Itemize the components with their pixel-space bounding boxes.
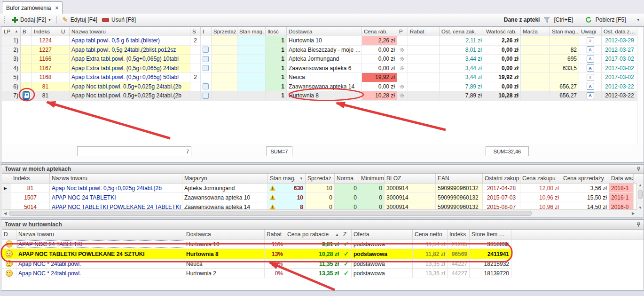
column-header-i[interactable]: I — [201, 27, 212, 36]
table-row[interactable]: APAP NOC 24 TABLETKIHurtownia 1015%9,81 … — [2, 240, 644, 249]
column-header-dostawca[interactable]: Dostawca — [184, 230, 265, 239]
column-header-nazwa[interactable]: Nazwa towaru — [50, 174, 182, 183]
lock-icon[interactable] — [23, 91, 30, 100]
column-header-uwagi[interactable]: Uwagi — [579, 27, 602, 36]
column-header-lp[interactable]: LP▲ — [2, 27, 21, 36]
column-header-cena_po_rabacie[interactable]: Cena po rabacie▲ — [285, 230, 341, 239]
column-header-label: Norma — [337, 175, 353, 182]
column-header-ostatni_zakup[interactable]: Ostatni zakup — [483, 174, 520, 183]
edit-button[interactable]: ✎ Edytuj [F4] — [60, 16, 100, 24]
add-button[interactable]: Dodaj [F2] ▾ — [10, 16, 53, 24]
table-row[interactable]: 6)81Apap Noc tabl.powl. 0,5g+0,025g 24ta… — [2, 82, 644, 92]
scroll-up-icon[interactable]: ▲ — [637, 183, 644, 187]
column-header-store_item[interactable]: Store Item … — [470, 230, 511, 239]
gear-icon[interactable] — [399, 56, 405, 62]
checkbox-icon[interactable] — [203, 56, 209, 62]
cell-sprzedaz — [212, 64, 237, 73]
note-icon[interactable]: A — [587, 46, 594, 53]
column-header-rabat[interactable]: Rabat — [265, 230, 285, 239]
checkbox-icon[interactable] — [203, 47, 209, 53]
column-header-cena_sprzedazy[interactable]: Cena sprzedaży — [561, 174, 609, 183]
column-header-ost_data[interactable]: Ost. data z… — [602, 27, 638, 36]
vertical-scrollbar[interactable]: ▲ ▼ — [636, 183, 644, 210]
table-row[interactable]: APAP NOC TABLETKI POWLEKANE 24 SZTUKIHur… — [2, 249, 644, 259]
table-row[interactable]: 1)1224Apap tabl.powl. 0,5 g 6 tabl.(blis… — [2, 36, 644, 46]
cell-nazwa: Apap NOC * 24tabl.powl. — [16, 269, 184, 278]
note-icon[interactable]: A — [587, 64, 594, 72]
column-header-indeks[interactable]: Indeks — [32, 27, 59, 36]
table-row[interactable]: 7)81Apap Noc tabl.powl. 0,5g+0,025g 24ta… — [2, 91, 644, 101]
column-header-bloz[interactable]: BLOZ — [385, 174, 436, 183]
column-header-ost_cena_zak[interactable]: Ost. cena zak. — [440, 27, 484, 36]
order-buffer-scrollbar-strip[interactable] — [637, 27, 644, 144]
tab-close-icon[interactable]: × — [55, 6, 58, 10]
table-row[interactable]: 4)1167Apap Extra tabl.powl. (0,5g+0,065g… — [2, 64, 644, 73]
column-header-b[interactable]: B — [21, 27, 32, 36]
checkbox-icon[interactable] — [203, 65, 209, 71]
table-row[interactable]: 2)1227Apap tabl.powl. 0,5g 24tabl.(2blis… — [2, 46, 644, 55]
column-header-marza[interactable]: Marża — [521, 27, 550, 36]
table-row[interactable]: 1507APAP NOC 24 TABLETKIZaawansowana apt… — [2, 193, 644, 202]
column-header-magazyn[interactable]: Magazyn — [182, 174, 268, 183]
tab-bufor-zamowienia[interactable]: Bufor zamówienia × — [2, 1, 63, 14]
column-header-p[interactable]: P — [397, 27, 408, 36]
column-header-data_waznosci[interactable]: Data ważności — [609, 174, 634, 183]
pin-icon[interactable] — [636, 222, 641, 227]
toolbar-overflow-caret-icon[interactable]: ▾ — [637, 17, 639, 22]
column-header-sprzedaz[interactable]: Sprzedaż — [212, 27, 237, 36]
gear-icon[interactable] — [399, 47, 405, 53]
column-header-stan_mag_w[interactable]: Stan mag… — [550, 27, 579, 36]
note-icon[interactable]: A — [587, 92, 594, 99]
column-header-indeks[interactable]: Indeks — [11, 174, 50, 183]
column-header-ilosc[interactable]: Ilość — [266, 27, 287, 36]
vertical-scrollbar-thumb[interactable] — [638, 190, 643, 199]
filter-funnel-icon[interactable] — [543, 17, 550, 23]
gear-icon[interactable] — [399, 93, 405, 98]
column-header-cena_netto[interactable]: Cena netto — [413, 230, 448, 239]
table-row[interactable]: 5)1168Apap Extra tabl.powl. (0,5g+0,065g… — [2, 73, 644, 82]
column-header-wartosc_rab[interactable]: Wartość rab. — [484, 27, 521, 36]
table-row[interactable]: Apap NOC * 24tabl.powl.Hurtownia 20%13,3… — [2, 269, 644, 278]
note-icon[interactable]: a — [587, 37, 594, 44]
column-header-cena_rab[interactable]: Cena rab. — [362, 27, 397, 36]
column-header-s[interactable]: S — [190, 27, 201, 36]
table-row[interactable]: 3)1166Apap Extra tabl.powl. (0,5g+0,065g… — [2, 55, 644, 64]
horizontal-scrollbar-thumb[interactable] — [9, 211, 532, 216]
delete-button[interactable]: Usuń [F8] — [100, 16, 138, 24]
column-header-u[interactable]: U — [59, 27, 70, 36]
column-header-label: Z — [343, 231, 346, 238]
column-header-oferta[interactable]: Oferta — [352, 230, 413, 239]
scroll-left-icon[interactable]: ◀ — [2, 211, 8, 216]
table-row[interactable]: ▶81Apap Noc tabl.powl. 0,5g+0,025g 24tab… — [2, 184, 644, 193]
column-header-d[interactable]: D — [2, 230, 16, 239]
column-header-sel[interactable] — [2, 174, 11, 183]
horizontal-scrollbar[interactable]: ◀ ▶ — [2, 209, 636, 217]
column-header-indeks[interactable]: Indeks — [448, 230, 470, 239]
scroll-right-icon[interactable]: ▶ — [630, 211, 636, 216]
toolbar-grip-handle[interactable] — [4, 16, 6, 24]
column-header-z[interactable]: Z — [341, 230, 352, 239]
note-icon[interactable]: A — [587, 56, 594, 63]
add-dropdown-caret-icon[interactable]: ▾ — [48, 17, 51, 22]
column-header-stan_mag[interactable]: Stan mag.▼ — [268, 174, 306, 183]
table-row[interactable]: Apap NOC * 24tabl.powl.Neuca15%11,35 zł✓… — [2, 259, 644, 269]
pobierz-button[interactable]: Pobierz [F5] — [596, 16, 626, 23]
checkbox-icon[interactable] — [203, 93, 209, 99]
column-header-norma[interactable]: Norma — [335, 174, 359, 183]
checkbox-icon[interactable] — [203, 83, 209, 89]
column-header-ean[interactable]: EAN — [436, 174, 483, 183]
gear-icon[interactable] — [399, 84, 405, 89]
column-header-minimum[interactable]: Minimum — [359, 174, 385, 183]
note-icon[interactable]: A — [587, 83, 594, 90]
column-header-rabat[interactable]: Rabat — [408, 27, 440, 36]
gear-icon[interactable] — [399, 65, 405, 71]
column-header-nazwa[interactable]: Nazwa towaru — [16, 230, 184, 239]
pin-icon[interactable] — [636, 167, 641, 172]
column-header-cena_zakupu[interactable]: Cena zakupu — [520, 174, 561, 183]
scroll-down-icon[interactable]: ▼ — [637, 206, 644, 210]
note-icon[interactable]: a — [587, 74, 594, 81]
column-header-nazwa[interactable]: Nazwa towaru — [70, 27, 190, 36]
column-header-sprzedaz[interactable]: Sprzedaż — [306, 174, 335, 183]
column-header-dostawca[interactable]: Dostawca — [287, 27, 362, 36]
column-header-stan_mag[interactable]: Stan mag. — [237, 27, 266, 36]
